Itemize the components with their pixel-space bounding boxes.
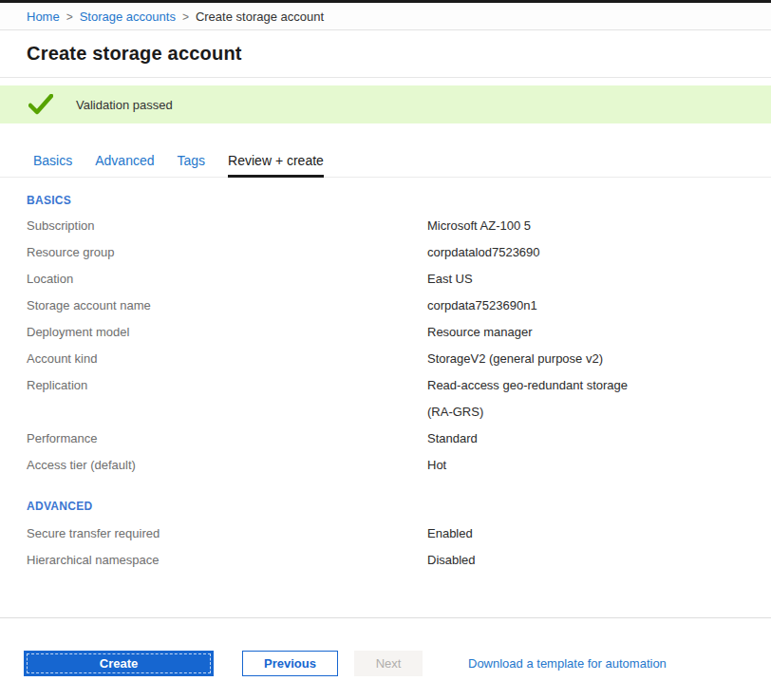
row-value: Microsoft AZ-100 5 (427, 213, 771, 239)
review-row-subscription: Subscription Microsoft AZ-100 5 (27, 213, 771, 239)
row-value: East US (427, 266, 771, 293)
review-row-location: Location East US (27, 266, 771, 293)
breadcrumb-separator-icon: > (66, 10, 73, 24)
row-label: Location (27, 266, 427, 293)
row-label: Storage account name (27, 293, 427, 319)
row-label: Replication (27, 372, 427, 399)
row-label: Account kind (27, 346, 427, 372)
next-button[interactable]: Next (354, 651, 423, 676)
review-row-resource-group: Resource group corpdatalod7523690 (27, 239, 771, 266)
breadcrumb: Home > Storage accounts > Create storage… (0, 3, 771, 30)
row-label: Subscription (27, 213, 427, 239)
review-row-access-tier: Access tier (default) Hot (27, 452, 771, 479)
tab-advanced[interactable]: Advanced (95, 153, 154, 178)
check-icon (28, 94, 53, 115)
validation-banner-text: Validation passed (76, 98, 173, 112)
review-row-replication: Replication Read-access geo-redundant st… (27, 372, 771, 426)
tab-review-create[interactable]: Review + create (228, 153, 324, 178)
review-row-storage-account-name: Storage account name corpdata7523690n1 (27, 293, 771, 319)
row-label: Performance (27, 426, 427, 452)
row-value: corpdatalod7523690 (427, 239, 771, 266)
tab-basics[interactable]: Basics (33, 153, 72, 178)
review-row-deployment-model: Deployment model Resource manager (27, 319, 771, 346)
row-value: Disabled (427, 547, 771, 574)
create-button[interactable]: Create (24, 651, 214, 676)
title-bar: Create storage account (0, 30, 771, 78)
breadcrumb-current: Create storage account (196, 9, 324, 24)
row-value: Hot (427, 452, 771, 479)
section-header-advanced: ADVANCED (27, 500, 771, 513)
download-template-link[interactable]: Download a template for automation (468, 656, 667, 671)
row-value: corpdata7523690n1 (427, 293, 771, 319)
row-label: Access tier (default) (27, 452, 427, 479)
review-content: BASICS Subscription Microsoft AZ-100 5 R… (0, 194, 771, 574)
review-row-hierarchical-namespace: Hierarchical namespace Disabled (27, 547, 771, 574)
row-value: Standard (427, 426, 771, 452)
row-value: StorageV2 (general purpose v2) (427, 346, 771, 372)
row-label: Deployment model (27, 319, 427, 346)
page-title: Create storage account (27, 43, 744, 65)
row-label: Hierarchical namespace (27, 547, 427, 574)
row-label: Resource group (27, 239, 427, 266)
row-value: Read-access geo-redundant storage (RA-GR… (427, 372, 771, 426)
footer-bar: Create Previous Next Download a template… (0, 617, 771, 676)
tab-tags[interactable]: Tags (178, 153, 206, 178)
review-row-performance: Performance Standard (27, 426, 771, 452)
row-value: Resource manager (427, 319, 771, 346)
breadcrumb-storage-accounts[interactable]: Storage accounts (80, 9, 176, 24)
validation-banner: Validation passed (0, 85, 771, 123)
breadcrumb-home[interactable]: Home (27, 9, 60, 24)
review-row-secure-transfer: Secure transfer required Enabled (27, 520, 771, 547)
review-row-account-kind: Account kind StorageV2 (general purpose … (27, 346, 771, 372)
breadcrumb-separator-icon: > (182, 10, 189, 24)
previous-button[interactable]: Previous (242, 651, 338, 676)
section-header-basics: BASICS (27, 194, 771, 207)
row-value: Enabled (427, 520, 771, 547)
row-label: Secure transfer required (27, 520, 427, 547)
tab-bar: Basics Advanced Tags Review + create (0, 153, 771, 178)
